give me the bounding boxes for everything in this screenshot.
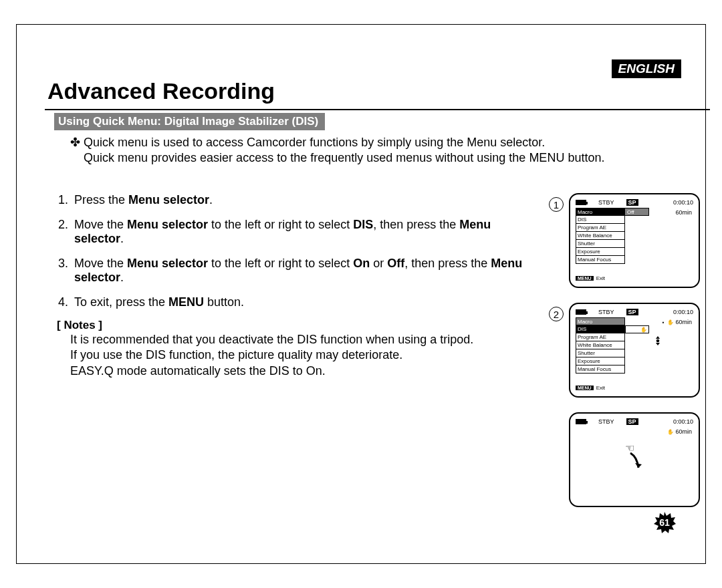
step-2: Move the Menu selector to the left or ri… [72,218,538,246]
note-1: It is recommended that you deactivate th… [70,333,473,346]
menu-item-programae: Program AE [576,224,625,232]
lcd1-exit: MENU Exit [576,275,605,281]
lcd1-topbar: STBY SP 0:00:10 [576,198,693,206]
step-3: Move the Menu selector to the left or ri… [72,257,538,285]
section-subtitle: Using Quick Menu: Digital Image Stabiliz… [54,113,325,130]
menu-badge: MENU [576,386,594,390]
callout-circle-1: 1 [549,197,564,212]
sp-badge: SP [626,199,638,206]
page-number-badge: 61 [653,511,676,534]
menu-item-wb: White Balance [576,341,625,349]
menu-item-dis: DIS [576,325,625,333]
menu-value-on: On [628,327,635,333]
title-rule [45,109,710,110]
remain-time: ▪ ✋ 60min [663,319,692,325]
sp-badge: SP [626,418,638,425]
hand-pointer-icon: ☜ [621,442,648,473]
lcd1-menu: Macro DIS Program AE White Balance Shutt… [576,208,625,264]
lcd2-topbar: STBY SP 0:00:10 [576,308,693,316]
notes-body: It is recommended that you deactivate th… [70,332,538,379]
menu-item-shutter: Shutter [576,349,625,357]
lcd-panel-1: STBY SP 0:00:10 60min Macro DIS Program … [569,193,700,288]
intro-line-1: Quick menu is used to access Camcorder f… [84,136,545,149]
remain-time: 60min [675,209,692,216]
menu-item-dis: DIS [576,216,625,224]
stby-label: STBY [598,309,614,315]
callout-circle-2: 2 [549,307,564,321]
menu-item-mf: Manual Focus [576,365,625,374]
notes-heading: [ Notes ] [57,319,102,332]
stby-label: STBY [598,199,614,206]
svg-point-2 [656,339,660,343]
exit-label: Exit [596,385,605,391]
timecode: 0:00:10 [673,418,693,425]
step-4: To exit, press the MENU button. [72,295,538,309]
manual-page: ENGLISH Advanced Recording Using Quick M… [16,24,706,564]
menu-item-macro: Macro [576,208,625,216]
lcd2-menu: Macro DIS Program AE White Balance Shutt… [576,317,625,374]
note-2: If you use the DIS function, the picture… [70,348,402,361]
lcd3-topbar: STBY SP 0:00:10 [576,418,693,426]
exit-label: Exit [596,275,605,281]
menu-item-programae: Program AE [576,333,625,341]
battery-icon [576,309,586,315]
svg-text:☜: ☜ [625,442,634,454]
menu-value-off: Off [625,208,649,216]
hand-icon: ✋ [640,326,647,334]
lcd-panel-2: STBY SP 0:00:10 ▪ ✋ 60min Macro DIS Prog… [569,303,700,398]
menu-item-wb: White Balance [576,232,625,240]
menu-badge: MENU [576,276,594,281]
menu-item-shutter: Shutter [576,240,625,248]
lcd2-value-col: On ✋ [625,325,649,334]
timecode: 0:00:10 [673,199,693,206]
step-1: Press the Menu selector. [72,193,538,207]
timecode: 0:00:10 [673,309,693,315]
lcd-panel-3: STBY SP 0:00:10 ✋ 60min ☜ [569,412,700,507]
lcd1-value-col: Off [625,208,649,216]
intro-text: ✤ Quick menu is used to access Camcorder… [70,135,672,166]
language-badge: ENGLISH [612,59,681,78]
step-list: Press the Menu selector. Move the Menu s… [57,193,538,320]
page-number: 61 [653,511,676,534]
lcd2-exit: MENU Exit [576,385,605,391]
page-title: Advanced Recording [47,78,275,104]
svg-marker-0 [656,336,660,339]
stby-label: STBY [598,418,614,425]
menu-item-exposure: Exposure [576,248,625,256]
svg-marker-4 [635,463,642,468]
remain-time: ✋ 60min [667,428,692,435]
battery-icon [576,200,586,205]
sp-badge: SP [626,309,638,315]
intro-line-2: Quick menu provides easier access to the… [84,151,604,164]
nav-arrows-icon [653,336,663,347]
svg-marker-1 [656,343,660,345]
note-3: EASY.Q mode automatically sets the DIS t… [70,364,326,378]
menu-item-exposure: Exposure [576,357,625,365]
battery-icon [576,419,586,424]
menu-item-mf: Manual Focus [576,256,625,264]
menu-item-macro: Macro [576,317,625,325]
